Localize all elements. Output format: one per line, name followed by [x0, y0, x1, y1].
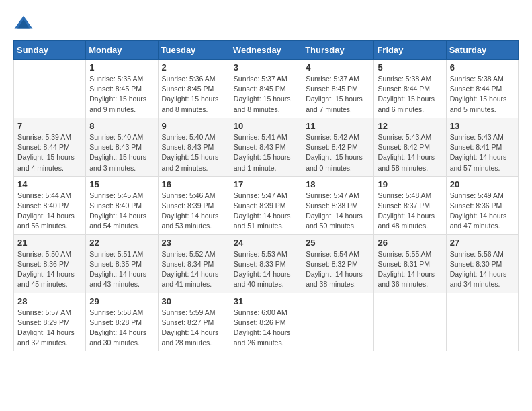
day-number: 28 [17, 296, 82, 306]
day-info: Sunrise: 5:36 AM Sunset: 8:45 PM Dayligh… [162, 74, 226, 115]
day-number: 8 [89, 121, 154, 131]
day-cell: 1Sunrise: 5:35 AM Sunset: 8:45 PM Daylig… [86, 60, 158, 118]
day-cell: 20Sunrise: 5:49 AM Sunset: 8:36 PM Dayli… [446, 176, 518, 234]
day-info: Sunrise: 5:59 AM Sunset: 8:27 PM Dayligh… [162, 308, 226, 349]
calendar-header: SundayMondayTuesdayWednesdayThursdayFrid… [14, 41, 519, 60]
day-info: Sunrise: 5:39 AM Sunset: 8:44 PM Dayligh… [17, 132, 82, 173]
day-cell: 29Sunrise: 5:58 AM Sunset: 8:28 PM Dayli… [86, 293, 158, 351]
day-info: Sunrise: 5:52 AM Sunset: 8:34 PM Dayligh… [162, 249, 226, 290]
day-number: 14 [17, 179, 82, 189]
day-number: 12 [378, 121, 442, 131]
logo-icon [13, 13, 34, 34]
day-cell: 8Sunrise: 5:40 AM Sunset: 8:43 PM Daylig… [86, 118, 158, 176]
day-number: 13 [450, 121, 515, 131]
day-cell: 5Sunrise: 5:38 AM Sunset: 8:44 PM Daylig… [374, 60, 446, 118]
day-cell: 10Sunrise: 5:41 AM Sunset: 8:43 PM Dayli… [230, 118, 302, 176]
day-cell: 4Sunrise: 5:37 AM Sunset: 8:45 PM Daylig… [302, 60, 374, 118]
day-number: 10 [234, 121, 298, 131]
day-cell: 16Sunrise: 5:46 AM Sunset: 8:39 PM Dayli… [158, 176, 230, 234]
day-info: Sunrise: 5:53 AM Sunset: 8:33 PM Dayligh… [234, 249, 298, 290]
day-info: Sunrise: 5:38 AM Sunset: 8:44 PM Dayligh… [450, 74, 515, 115]
day-cell: 27Sunrise: 5:56 AM Sunset: 8:30 PM Dayli… [446, 234, 518, 293]
day-cell [446, 293, 518, 351]
day-cell [14, 60, 86, 118]
header-day-tuesday: Tuesday [158, 41, 230, 60]
day-cell [374, 293, 446, 351]
day-number: 9 [162, 121, 226, 131]
week-row-4: 21Sunrise: 5:50 AM Sunset: 8:36 PM Dayli… [14, 234, 519, 293]
day-cell: 17Sunrise: 5:47 AM Sunset: 8:39 PM Dayli… [230, 176, 302, 234]
day-cell: 9Sunrise: 5:40 AM Sunset: 8:43 PM Daylig… [158, 118, 230, 176]
day-info: Sunrise: 5:44 AM Sunset: 8:40 PM Dayligh… [17, 191, 82, 232]
day-info: Sunrise: 5:51 AM Sunset: 8:35 PM Dayligh… [89, 249, 154, 290]
day-cell: 13Sunrise: 5:43 AM Sunset: 8:41 PM Dayli… [446, 118, 518, 176]
day-cell: 30Sunrise: 5:59 AM Sunset: 8:27 PM Dayli… [158, 293, 230, 351]
day-number: 11 [306, 121, 370, 131]
header-day-thursday: Thursday [302, 41, 374, 60]
day-number: 21 [17, 238, 82, 248]
day-number: 4 [306, 62, 370, 73]
day-cell: 22Sunrise: 5:51 AM Sunset: 8:35 PM Dayli… [86, 234, 158, 293]
day-info: Sunrise: 5:37 AM Sunset: 8:45 PM Dayligh… [234, 74, 298, 115]
header-row: SundayMondayTuesdayWednesdayThursdayFrid… [14, 41, 519, 60]
day-cell: 3Sunrise: 5:37 AM Sunset: 8:45 PM Daylig… [230, 60, 302, 118]
page-header [13, 13, 519, 34]
day-cell: 21Sunrise: 5:50 AM Sunset: 8:36 PM Dayli… [14, 234, 86, 293]
calendar-table: SundayMondayTuesdayWednesdayThursdayFrid… [13, 40, 519, 351]
day-number: 15 [89, 179, 154, 189]
header-day-saturday: Saturday [446, 41, 518, 60]
day-cell: 12Sunrise: 5:43 AM Sunset: 8:42 PM Dayli… [374, 118, 446, 176]
day-info: Sunrise: 5:37 AM Sunset: 8:45 PM Dayligh… [306, 74, 370, 115]
day-cell: 24Sunrise: 5:53 AM Sunset: 8:33 PM Dayli… [230, 234, 302, 293]
day-number: 24 [234, 238, 298, 248]
day-cell: 14Sunrise: 5:44 AM Sunset: 8:40 PM Dayli… [14, 176, 86, 234]
day-number: 22 [89, 238, 154, 248]
day-number: 1 [89, 62, 154, 73]
day-info: Sunrise: 5:42 AM Sunset: 8:42 PM Dayligh… [306, 132, 370, 173]
day-number: 3 [234, 62, 298, 73]
logo [13, 13, 36, 34]
day-number: 30 [162, 296, 226, 306]
week-row-2: 7Sunrise: 5:39 AM Sunset: 8:44 PM Daylig… [14, 118, 519, 176]
day-number: 18 [306, 179, 370, 189]
header-day-wednesday: Wednesday [230, 41, 302, 60]
header-day-monday: Monday [86, 41, 158, 60]
day-cell: 25Sunrise: 5:54 AM Sunset: 8:32 PM Dayli… [302, 234, 374, 293]
day-number: 17 [234, 179, 298, 189]
day-info: Sunrise: 5:56 AM Sunset: 8:30 PM Dayligh… [450, 249, 515, 290]
day-number: 7 [17, 121, 82, 131]
day-info: Sunrise: 5:41 AM Sunset: 8:43 PM Dayligh… [234, 132, 298, 173]
day-info: Sunrise: 5:40 AM Sunset: 8:43 PM Dayligh… [89, 132, 154, 173]
day-info: Sunrise: 5:55 AM Sunset: 8:31 PM Dayligh… [378, 249, 442, 290]
day-cell: 19Sunrise: 5:48 AM Sunset: 8:37 PM Dayli… [374, 176, 446, 234]
day-cell: 15Sunrise: 5:45 AM Sunset: 8:40 PM Dayli… [86, 176, 158, 234]
day-info: Sunrise: 5:38 AM Sunset: 8:44 PM Dayligh… [378, 74, 442, 115]
day-cell [302, 293, 374, 351]
day-number: 19 [378, 179, 442, 189]
day-number: 2 [162, 62, 226, 73]
day-cell: 7Sunrise: 5:39 AM Sunset: 8:44 PM Daylig… [14, 118, 86, 176]
day-info: Sunrise: 5:48 AM Sunset: 8:37 PM Dayligh… [378, 191, 442, 232]
day-info: Sunrise: 6:00 AM Sunset: 8:26 PM Dayligh… [234, 308, 298, 349]
day-number: 26 [378, 238, 442, 248]
day-number: 31 [234, 296, 298, 306]
day-number: 23 [162, 238, 226, 248]
day-number: 27 [450, 238, 515, 248]
day-info: Sunrise: 5:54 AM Sunset: 8:32 PM Dayligh… [306, 249, 370, 290]
day-cell: 11Sunrise: 5:42 AM Sunset: 8:42 PM Dayli… [302, 118, 374, 176]
day-number: 29 [89, 296, 154, 306]
day-cell: 23Sunrise: 5:52 AM Sunset: 8:34 PM Dayli… [158, 234, 230, 293]
day-info: Sunrise: 5:43 AM Sunset: 8:42 PM Dayligh… [378, 132, 442, 173]
day-info: Sunrise: 5:35 AM Sunset: 8:45 PM Dayligh… [89, 74, 154, 115]
day-info: Sunrise: 5:40 AM Sunset: 8:43 PM Dayligh… [162, 132, 226, 173]
header-day-sunday: Sunday [14, 41, 86, 60]
week-row-5: 28Sunrise: 5:57 AM Sunset: 8:29 PM Dayli… [14, 293, 519, 351]
day-number: 20 [450, 179, 515, 189]
day-cell: 26Sunrise: 5:55 AM Sunset: 8:31 PM Dayli… [374, 234, 446, 293]
day-info: Sunrise: 5:49 AM Sunset: 8:36 PM Dayligh… [450, 191, 515, 232]
day-info: Sunrise: 5:50 AM Sunset: 8:36 PM Dayligh… [17, 249, 82, 290]
day-number: 6 [450, 62, 515, 73]
day-info: Sunrise: 5:58 AM Sunset: 8:28 PM Dayligh… [89, 308, 154, 349]
day-number: 25 [306, 238, 370, 248]
header-day-friday: Friday [374, 41, 446, 60]
